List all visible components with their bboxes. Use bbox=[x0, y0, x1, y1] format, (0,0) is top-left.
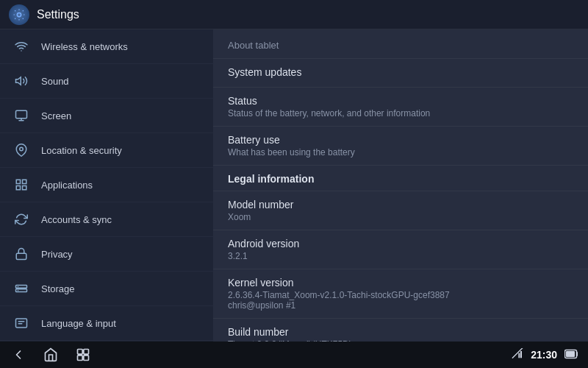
wifi-icon bbox=[12, 37, 31, 56]
battery-use-title: Battery use bbox=[228, 134, 573, 146]
content-item-android-version: Android version 3.2.1 bbox=[213, 230, 588, 269]
svg-rect-22 bbox=[519, 353, 520, 358]
sidebar: Wireless & networks Sound Screen bbox=[0, 29, 213, 342]
settings-app-icon bbox=[9, 4, 29, 25]
model-number-title: Model number bbox=[228, 199, 573, 210]
content-item-build-number: Build number Tiamat 2.2.2 "Moray" (HTK75… bbox=[213, 319, 588, 342]
sidebar-item-storage[interactable]: Storage bbox=[0, 272, 213, 306]
svg-rect-5 bbox=[16, 180, 20, 183]
language-icon bbox=[12, 314, 31, 333]
back-button[interactable] bbox=[9, 345, 28, 364]
status-title: Status bbox=[228, 95, 573, 107]
taskbar-nav bbox=[9, 345, 93, 364]
sound-icon bbox=[12, 71, 31, 91]
sidebar-label-applications: Applications bbox=[41, 180, 93, 191]
svg-point-12 bbox=[18, 286, 19, 288]
kernel-version-value: 2.6.36.4-Tiamat_Xoom-v2.1.0-Tachi-stockG… bbox=[228, 290, 573, 311]
system-updates-title: System updates bbox=[228, 66, 573, 78]
kernel-version-title: Kernel version bbox=[228, 277, 573, 289]
status-subtitle: Status of the battery, network, and othe… bbox=[228, 108, 573, 118]
svg-rect-20 bbox=[78, 355, 83, 361]
legal-info-title: Legal information bbox=[228, 173, 573, 185]
battery-icon bbox=[564, 349, 579, 361]
taskbar-status: 21:30 bbox=[512, 348, 579, 362]
content-item-kernel-version: Kernel version 2.6.36.4-Tiamat_Xoom-v2.1… bbox=[213, 269, 588, 319]
svg-rect-21 bbox=[84, 355, 89, 361]
svg-point-0 bbox=[17, 13, 21, 16]
android-version-title: Android version bbox=[228, 238, 573, 250]
svg-rect-6 bbox=[23, 180, 26, 183]
sidebar-label-language: Language & input bbox=[41, 318, 116, 329]
svg-rect-19 bbox=[84, 350, 89, 355]
svg-rect-9 bbox=[16, 253, 26, 259]
android-version-value: 3.2.1 bbox=[228, 251, 573, 261]
build-number-value: Tiamat 2.2.2 "Moray" (HTK75D) bbox=[228, 339, 573, 342]
svg-rect-23 bbox=[520, 351, 522, 358]
content-panel: About tablet System updates Status Statu… bbox=[213, 29, 588, 342]
sidebar-label-storage: Storage bbox=[41, 283, 75, 294]
recent-apps-button[interactable] bbox=[74, 345, 93, 364]
page-title: Settings bbox=[37, 8, 79, 21]
build-number-title: Build number bbox=[228, 326, 573, 338]
svg-point-13 bbox=[18, 290, 19, 291]
screen-icon bbox=[12, 106, 31, 125]
sidebar-label-privacy: Privacy bbox=[41, 249, 73, 260]
sidebar-item-language[interactable]: Language & input bbox=[0, 306, 213, 341]
sidebar-item-accounts[interactable]: Accounts & sync bbox=[0, 202, 213, 237]
svg-rect-25 bbox=[566, 351, 575, 357]
content-item-system-updates[interactable]: System updates bbox=[213, 59, 588, 88]
content-item-battery-use[interactable]: Battery use What has been using the batt… bbox=[213, 127, 588, 166]
sidebar-item-screen[interactable]: Screen bbox=[0, 99, 213, 133]
sidebar-item-applications[interactable]: Applications bbox=[0, 168, 213, 202]
app-header: Settings bbox=[0, 0, 588, 29]
signal-icon bbox=[512, 348, 523, 362]
content-item-model-number: Model number Xoom bbox=[213, 191, 588, 230]
sidebar-label-sound: Sound bbox=[41, 76, 69, 87]
battery-use-subtitle: What has been using the battery bbox=[228, 147, 573, 158]
sync-icon bbox=[12, 210, 31, 229]
clock-display: 21:30 bbox=[531, 349, 557, 361]
model-number-value: Xoom bbox=[228, 212, 573, 222]
content-header: About tablet bbox=[213, 29, 588, 59]
content-item-status[interactable]: Status Status of the battery, network, a… bbox=[213, 88, 588, 127]
privacy-icon bbox=[12, 244, 31, 263]
svg-rect-8 bbox=[23, 186, 26, 190]
main-layout: Wireless & networks Sound Screen bbox=[0, 29, 588, 342]
apps-icon bbox=[12, 175, 31, 194]
sidebar-label-wireless: Wireless & networks bbox=[41, 41, 128, 52]
storage-icon bbox=[12, 279, 31, 298]
legal-info-section: Legal information bbox=[213, 166, 588, 191]
home-button[interactable] bbox=[41, 345, 60, 364]
sidebar-item-wireless[interactable]: Wireless & networks bbox=[0, 29, 213, 64]
sidebar-item-privacy[interactable]: Privacy bbox=[0, 237, 213, 272]
svg-point-1 bbox=[21, 50, 22, 52]
svg-rect-3 bbox=[16, 110, 27, 118]
svg-marker-2 bbox=[16, 77, 21, 85]
sidebar-label-location: Location & security bbox=[41, 145, 122, 156]
svg-rect-7 bbox=[16, 186, 20, 190]
sidebar-item-accessibility[interactable]: Accessibility bbox=[0, 341, 213, 342]
sidebar-label-accounts: Accounts & sync bbox=[41, 214, 112, 225]
svg-point-4 bbox=[20, 147, 24, 151]
sidebar-item-location[interactable]: Location & security bbox=[0, 133, 213, 168]
sidebar-item-sound[interactable]: Sound bbox=[0, 64, 213, 99]
sidebar-label-screen: Screen bbox=[41, 110, 71, 121]
taskbar: 21:30 bbox=[0, 342, 588, 368]
location-icon bbox=[12, 141, 31, 160]
svg-rect-18 bbox=[78, 350, 83, 355]
